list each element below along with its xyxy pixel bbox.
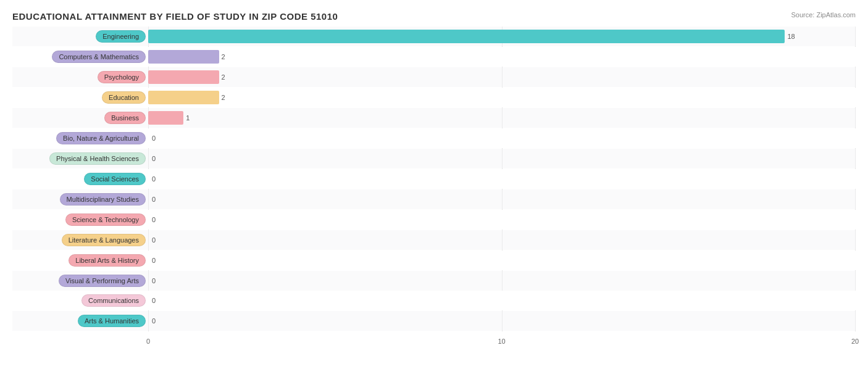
- bar-label-container: Engineering: [12, 30, 148, 43]
- bar-fill: 2: [148, 70, 219, 84]
- bar-track: 0: [148, 311, 856, 331]
- bar-fill: 18: [148, 30, 785, 43]
- bar-label-pill: Science & Technology: [65, 214, 146, 226]
- bar-fill: 0: [148, 254, 149, 267]
- bar-label-pill: Arts & Humanities: [78, 315, 146, 327]
- bar-label-pill: Visual & Performing Arts: [59, 275, 146, 287]
- bars-area: Engineering18Computers & Mathematics2Psy…: [12, 27, 856, 331]
- bar-row: Multidisciplinary Studies0: [12, 189, 856, 209]
- bar-label-container: Physical & Health Sciences: [12, 152, 148, 165]
- chart-title: EDUCATIONAL ATTAINMENT BY FIELD OF STUDY…: [12, 11, 856, 22]
- bar-fill: 0: [148, 274, 149, 288]
- bar-track: 0: [148, 189, 856, 209]
- grid-label: 10: [498, 338, 505, 345]
- bar-row: Arts & Humanities0: [12, 311, 856, 331]
- bar-row: Social Sciences0: [12, 169, 856, 189]
- bar-row: Education2: [12, 88, 856, 107]
- bar-track: 1: [148, 108, 856, 128]
- bar-fill: 0: [148, 172, 149, 186]
- chart-source: Source: ZipAtlas.com: [791, 11, 856, 19]
- bar-fill: 0: [148, 131, 149, 145]
- bar-label-pill: Computers & Mathematics: [52, 51, 146, 63]
- bar-label-container: Bio, Nature & Agricultural: [12, 132, 148, 144]
- bar-label-pill: Physical & Health Sciences: [49, 152, 146, 165]
- bar-value-label: 0: [152, 236, 156, 244]
- bar-label-pill: Social Sciences: [84, 173, 146, 185]
- bar-value-label: 0: [152, 175, 156, 183]
- bar-track: 2: [148, 88, 856, 107]
- bar-label-container: Computers & Mathematics: [12, 51, 148, 63]
- grid-label: 20: [851, 338, 859, 345]
- bar-row: Visual & Performing Arts0: [12, 271, 856, 291]
- bar-value-label: 0: [152, 196, 156, 203]
- bar-label-pill: Bio, Nature & Agricultural: [56, 132, 146, 144]
- bar-value-label: 0: [152, 317, 156, 325]
- bar-value-label: 18: [787, 33, 795, 40]
- bar-value-label: 2: [222, 94, 225, 101]
- bar-value-label: 0: [152, 277, 156, 284]
- bar-row: Bio, Nature & Agricultural0: [12, 128, 856, 148]
- bar-value-label: 2: [222, 53, 225, 60]
- bar-track: 0: [148, 251, 856, 270]
- bar-track: 0: [148, 128, 856, 148]
- bar-row: Psychology2: [12, 67, 856, 87]
- bar-track: 2: [148, 47, 856, 67]
- bar-value-label: 1: [186, 114, 190, 122]
- bar-label-pill: Engineering: [96, 30, 146, 43]
- bar-label-container: Liberal Arts & History: [12, 254, 148, 267]
- bar-label-pill: Business: [104, 112, 146, 124]
- bar-row: Literature & Languages0: [12, 230, 856, 250]
- bar-row: Communications0: [12, 291, 856, 310]
- bar-fill: 0: [148, 152, 149, 165]
- bar-value-label: 0: [152, 257, 156, 264]
- bar-track: 2: [148, 67, 856, 87]
- bar-fill: 2: [148, 50, 219, 64]
- grid-label: 0: [146, 338, 150, 345]
- chart-area: 01020 Engineering18Computers & Mathemati…: [12, 27, 856, 350]
- bar-track: 18: [148, 27, 856, 46]
- bar-label-pill: Literature & Languages: [62, 234, 146, 246]
- bar-label-container: Arts & Humanities: [12, 315, 148, 327]
- bar-label-container: Communications: [12, 294, 148, 307]
- bar-row: Computers & Mathematics2: [12, 47, 856, 67]
- bar-label-pill: Education: [102, 91, 146, 104]
- bar-row: Physical & Health Sciences0: [12, 149, 856, 168]
- bar-track: 0: [148, 210, 856, 230]
- bar-label-container: Business: [12, 112, 148, 124]
- bar-track: 0: [148, 169, 856, 189]
- bar-track: 0: [148, 291, 856, 310]
- bar-fill: 0: [148, 314, 149, 328]
- bar-label-container: Social Sciences: [12, 173, 148, 185]
- bar-label-pill: Multidisciplinary Studies: [60, 193, 146, 205]
- bar-label-pill: Liberal Arts & History: [69, 254, 146, 267]
- bar-fill: 2: [148, 91, 219, 104]
- bar-fill: 0: [148, 294, 149, 307]
- bar-value-label: 0: [152, 135, 156, 142]
- bar-fill: 1: [148, 111, 183, 125]
- bar-row: Business1: [12, 108, 856, 128]
- bar-fill: 0: [148, 233, 149, 247]
- bar-label-container: Psychology: [12, 71, 148, 83]
- bar-label-pill: Psychology: [98, 71, 146, 83]
- bar-row: Engineering18: [12, 27, 856, 46]
- bar-label-container: Multidisciplinary Studies: [12, 193, 148, 205]
- chart-container: EDUCATIONAL ATTAINMENT BY FIELD OF STUDY…: [0, 0, 868, 390]
- bar-label-container: Education: [12, 91, 148, 104]
- bar-value-label: 0: [152, 155, 156, 162]
- bar-label-container: Visual & Performing Arts: [12, 275, 148, 287]
- bar-value-label: 0: [152, 216, 156, 223]
- bar-label-container: Science & Technology: [12, 214, 148, 226]
- bar-row: Science & Technology0: [12, 210, 856, 230]
- bar-track: 0: [148, 271, 856, 291]
- bar-label-container: Literature & Languages: [12, 234, 148, 246]
- bar-label-pill: Communications: [81, 294, 146, 307]
- bar-track: 0: [148, 230, 856, 250]
- bar-fill: 0: [148, 213, 149, 226]
- bar-value-label: 0: [152, 297, 156, 304]
- bar-value-label: 2: [222, 73, 225, 81]
- bar-fill: 0: [148, 193, 149, 206]
- bar-row: Liberal Arts & History0: [12, 251, 856, 270]
- bar-track: 0: [148, 149, 856, 168]
